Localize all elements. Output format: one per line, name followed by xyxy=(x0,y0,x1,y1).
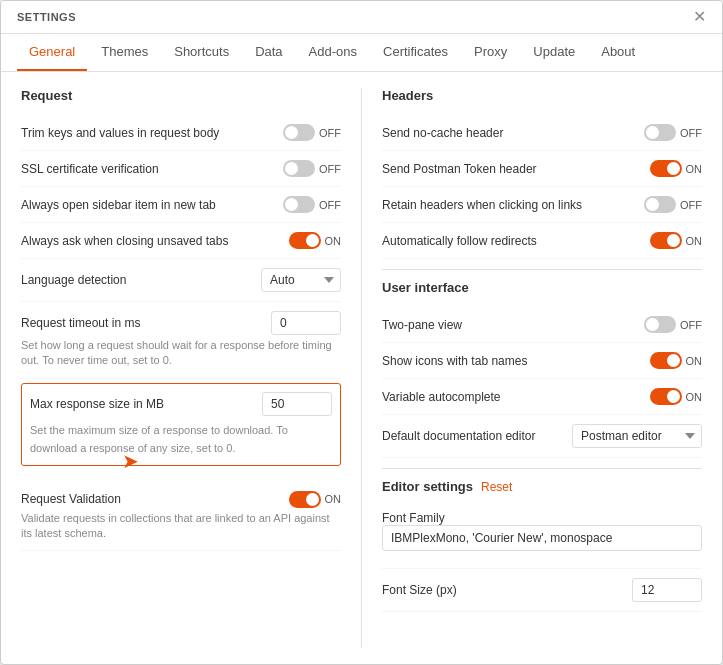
request-validation-toggle[interactable]: ON xyxy=(281,491,341,508)
two-pane-label: Two-pane view xyxy=(382,318,642,332)
ssl-row: SSL certificate verification OFF xyxy=(21,151,341,187)
request-validation-row: Request Validation ON Validate requests … xyxy=(21,482,341,552)
reset-link[interactable]: Reset xyxy=(481,480,512,494)
tab-about[interactable]: About xyxy=(589,34,647,71)
ui-section-title: User interface xyxy=(382,280,702,295)
default-editor-select[interactable]: Postman editor Markdown editor xyxy=(572,424,702,448)
font-family-label: Font Family xyxy=(382,511,445,525)
language-detection-select[interactable]: Auto HTML JSON XML xyxy=(261,268,341,292)
tab-certificates[interactable]: Certificates xyxy=(371,34,460,71)
editor-settings-title: Editor settings xyxy=(382,479,473,494)
max-response-label: Max response size in MB xyxy=(30,397,262,411)
max-response-highlighted-box: Max response size in MB Set the maximum … xyxy=(21,383,341,466)
show-icons-track[interactable] xyxy=(650,352,682,369)
request-timeout-row: Request timeout in ms Set how long a req… xyxy=(21,302,341,379)
variable-autocomplete-toggle[interactable]: ON xyxy=(642,388,702,405)
retain-headers-row: Retain headers when clicking on links OF… xyxy=(382,187,702,223)
trim-keys-row: Trim keys and values in request body OFF xyxy=(21,115,341,151)
font-family-row: Font Family xyxy=(382,502,702,569)
ssl-state: OFF xyxy=(319,163,341,175)
postman-token-row: Send Postman Token header ON xyxy=(382,151,702,187)
column-divider xyxy=(361,88,362,648)
font-size-row: Font Size (px) xyxy=(382,569,702,612)
tab-themes[interactable]: Themes xyxy=(89,34,160,71)
max-response-input[interactable] xyxy=(262,392,332,416)
tabs-bar: General Themes Shortcuts Data Add-ons Ce… xyxy=(1,34,722,72)
tab-addons[interactable]: Add-ons xyxy=(297,34,369,71)
title-bar: SETTINGS ✕ xyxy=(1,1,722,34)
settings-window: SETTINGS ✕ General Themes Shortcuts Data… xyxy=(0,0,723,665)
tab-data[interactable]: Data xyxy=(243,34,294,71)
sidebar-toggle[interactable]: OFF xyxy=(281,196,341,213)
arrow-icon: ➤ xyxy=(122,449,139,473)
headers-ui-divider xyxy=(382,269,702,270)
trim-keys-label: Trim keys and values in request body xyxy=(21,126,281,140)
retain-headers-track[interactable] xyxy=(644,196,676,213)
request-timeout-label: Request timeout in ms xyxy=(21,316,271,330)
follow-redirects-state: ON xyxy=(686,235,703,247)
postman-token-state: ON xyxy=(686,163,703,175)
tab-shortcuts[interactable]: Shortcuts xyxy=(162,34,241,71)
trim-keys-track[interactable] xyxy=(283,124,315,141)
settings-content: Request Trim keys and values in request … xyxy=(1,72,722,664)
trim-keys-state: OFF xyxy=(319,127,341,139)
no-cache-toggle[interactable]: OFF xyxy=(642,124,702,141)
postman-token-label: Send Postman Token header xyxy=(382,162,642,176)
trim-keys-toggle[interactable]: OFF xyxy=(281,124,341,141)
default-editor-label: Default documentation editor xyxy=(382,429,572,443)
sidebar-state: OFF xyxy=(319,199,341,211)
font-size-label: Font Size (px) xyxy=(382,583,632,597)
ask-closing-track[interactable] xyxy=(289,232,321,249)
request-validation-track[interactable] xyxy=(289,491,321,508)
sidebar-track[interactable] xyxy=(283,196,315,213)
two-pane-state: OFF xyxy=(680,319,702,331)
window-title: SETTINGS xyxy=(17,11,76,23)
sidebar-label: Always open sidebar item in new tab xyxy=(21,198,281,212)
two-pane-row: Two-pane view OFF xyxy=(382,307,702,343)
retain-headers-toggle[interactable]: OFF xyxy=(642,196,702,213)
show-icons-toggle[interactable]: ON xyxy=(642,352,702,369)
font-family-input[interactable] xyxy=(382,525,702,551)
two-pane-track[interactable] xyxy=(644,316,676,333)
retain-headers-state: OFF xyxy=(680,199,702,211)
language-detection-row: Language detection Auto HTML JSON XML xyxy=(21,259,341,302)
ssl-track[interactable] xyxy=(283,160,315,177)
tab-update[interactable]: Update xyxy=(521,34,587,71)
no-cache-row: Send no-cache header OFF xyxy=(382,115,702,151)
variable-autocomplete-label: Variable autocomplete xyxy=(382,390,642,404)
ask-closing-state: ON xyxy=(325,235,342,247)
max-response-desc: Set the maximum size of a response to do… xyxy=(30,424,288,454)
follow-redirects-toggle[interactable]: ON xyxy=(642,232,702,249)
ssl-toggle[interactable]: OFF xyxy=(281,160,341,177)
two-pane-toggle[interactable]: OFF xyxy=(642,316,702,333)
show-icons-row: Show icons with tab names ON xyxy=(382,343,702,379)
request-validation-state: ON xyxy=(325,493,342,505)
request-validation-label: Request Validation xyxy=(21,492,281,506)
request-timeout-input[interactable] xyxy=(271,311,341,335)
follow-redirects-label: Automatically follow redirects xyxy=(382,234,642,248)
no-cache-track[interactable] xyxy=(644,124,676,141)
tab-general[interactable]: General xyxy=(17,34,87,71)
close-button[interactable]: ✕ xyxy=(693,9,706,25)
default-editor-row: Default documentation editor Postman edi… xyxy=(382,415,702,458)
request-validation-desc: Validate requests in collections that ar… xyxy=(21,511,341,542)
language-detection-label: Language detection xyxy=(21,273,261,287)
no-cache-state: OFF xyxy=(680,127,702,139)
variable-autocomplete-state: ON xyxy=(686,391,703,403)
show-icons-state: ON xyxy=(686,355,703,367)
postman-token-track[interactable] xyxy=(650,160,682,177)
request-timeout-desc: Set how long a request should wait for a… xyxy=(21,338,341,369)
no-cache-label: Send no-cache header xyxy=(382,126,642,140)
ssl-label: SSL certificate verification xyxy=(21,162,281,176)
follow-redirects-row: Automatically follow redirects ON xyxy=(382,223,702,259)
tab-proxy[interactable]: Proxy xyxy=(462,34,519,71)
ask-closing-toggle[interactable]: ON xyxy=(281,232,341,249)
show-icons-label: Show icons with tab names xyxy=(382,354,642,368)
ui-editor-divider xyxy=(382,468,702,469)
request-section-title: Request xyxy=(21,88,341,103)
follow-redirects-track[interactable] xyxy=(650,232,682,249)
variable-autocomplete-track[interactable] xyxy=(650,388,682,405)
font-size-input[interactable] xyxy=(632,578,702,602)
postman-token-toggle[interactable]: ON xyxy=(642,160,702,177)
variable-autocomplete-row: Variable autocomplete ON xyxy=(382,379,702,415)
